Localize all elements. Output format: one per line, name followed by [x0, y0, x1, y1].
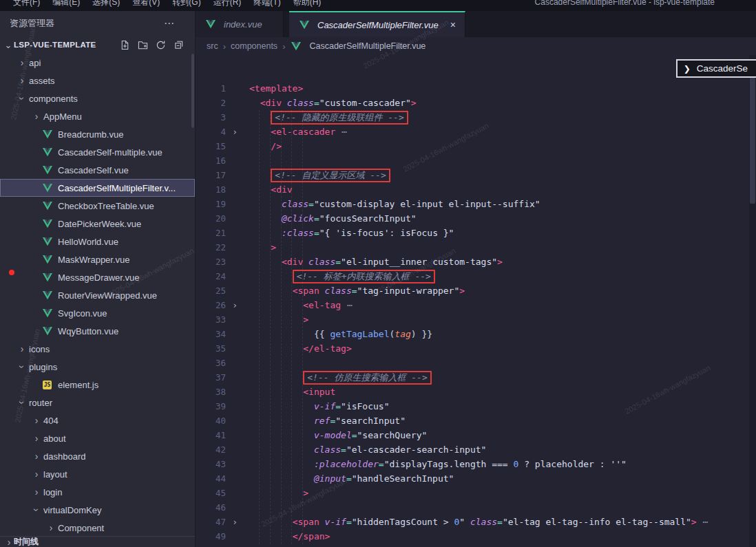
explorer-section-header[interactable]: ⌄ LSP-VUE-TEMPLATE	[0, 36, 195, 54]
tree-item[interactable]: ›404	[0, 411, 195, 429]
new-folder-icon[interactable]	[138, 40, 148, 50]
tree-item[interactable]: ›router	[0, 394, 195, 411]
tree-item[interactable]: WqyButton.vue	[0, 322, 195, 340]
minimap-preview-box[interactable]: ❯ CascaderSe	[676, 59, 756, 78]
line-number: 47›	[196, 515, 240, 529]
code-token: =	[352, 286, 357, 296]
tree-item[interactable]: DatePickerWeek.vue	[0, 215, 195, 233]
code-line: 40 ref="searchInput"	[196, 414, 749, 428]
tree-item[interactable]: CascaderSelf.vue	[0, 161, 195, 179]
code-token: "el-input__inner custom-tags"	[341, 257, 497, 267]
code-token: "searchQuery"	[357, 430, 428, 440]
line-number: 40	[196, 414, 240, 428]
folder-chevron-icon: ›	[32, 469, 41, 479]
code-token: >	[691, 517, 697, 527]
tree-item[interactable]: MaskWrapper.vue	[0, 250, 195, 268]
tree-item-label: virtualDomKey	[43, 505, 102, 515]
breadcrumb-item[interactable]: components	[231, 41, 277, 51]
tree-item[interactable]: MessageDrawer.vue	[0, 268, 195, 286]
tree-item[interactable]: ›components	[0, 89, 195, 107]
tree-item-label: MessageDrawer.vue	[58, 272, 140, 283]
tree-item[interactable]: CascaderSelf-multiple.vue	[0, 143, 195, 161]
menu-item[interactable]: 查看(V)	[126, 0, 166, 8]
minimap-preview-label: CascaderSe	[697, 63, 748, 74]
tree-item-label: components	[29, 94, 78, 104]
code-token: "	[459, 517, 465, 527]
line-number: 45	[196, 486, 240, 500]
tree-item[interactable]: ›icons	[0, 340, 195, 358]
tree-item[interactable]: ›AppMenu	[0, 107, 195, 125]
code-token	[249, 184, 271, 195]
tree-item[interactable]: RouterViewWrapped.vue	[0, 286, 195, 304]
tree-item[interactable]: HelloWorld.vue	[0, 233, 195, 250]
code-token: class	[325, 286, 352, 296]
tree-item[interactable]: ›assets	[0, 72, 195, 89]
code-line: 17 <!-- 自定义显示区域 -->	[196, 168, 749, 182]
fold-chevron-icon[interactable]: ›	[232, 515, 238, 529]
tree-item[interactable]: ›Component	[0, 519, 195, 536]
menu-item[interactable]: 选择(S)	[86, 0, 126, 8]
code-token	[249, 387, 303, 397]
folder-chevron-icon: ›	[46, 523, 56, 533]
tree-item[interactable]: ›layout	[0, 465, 195, 483]
more-actions-icon[interactable]: ⋯	[164, 17, 176, 30]
scrollbar-thumb[interactable]	[750, 59, 755, 204]
code-text: <!-- 标签+内联搜索输入框 -->	[240, 269, 435, 283]
close-icon[interactable]: ×	[450, 20, 456, 30]
fold-chevron-icon[interactable]: ›	[232, 125, 238, 139]
timeline-section-header[interactable]: › 时间线	[0, 536, 195, 547]
tree-item[interactable]: CascaderSelfMultipleFilter.v...	[0, 179, 195, 197]
menu-bar-items: 文件(F)编辑(E)选择(S)查看(V)转到(G)运行(R)终端(T)帮助(H)	[0, 0, 327, 8]
tree-item[interactable]: ›plugins	[0, 358, 195, 376]
code-editor[interactable]: 1<template>2 <div class="custom-cascader…	[196, 55, 749, 547]
code-token	[508, 459, 514, 469]
vue-icon	[204, 20, 216, 29]
code-text: >	[240, 240, 276, 255]
code-token: ===	[492, 459, 507, 469]
tree-item[interactable]: ›dashboard	[0, 447, 195, 465]
code-token: v-if	[314, 401, 335, 411]
sidebar-scrollbar[interactable]	[191, 54, 194, 128]
tree-item[interactable]: ›virtualDomKey	[0, 501, 195, 519]
code-token	[303, 257, 308, 267]
menu-item[interactable]: 文件(F)	[7, 0, 46, 8]
line-number: 24	[196, 269, 240, 283]
code-token: >	[303, 314, 308, 325]
menu-item[interactable]: 运行(R)	[207, 0, 248, 8]
tree-item[interactable]: ›api	[0, 54, 195, 72]
menu-item[interactable]: 转到(G)	[166, 0, 207, 8]
tree-item-label: RouterViewWrapped.vue	[58, 290, 157, 301]
code-token: ⋯	[697, 517, 709, 527]
tree-item[interactable]: ›login	[0, 483, 195, 501]
code-token	[249, 300, 303, 310]
tree-item[interactable]: CheckboxTreeTable.vue	[0, 197, 195, 215]
tab-active[interactable]: CascaderSelfMultipleFilter.vue×	[289, 11, 465, 37]
menu-item[interactable]: 终端(T)	[247, 0, 286, 8]
vue-icon	[41, 255, 53, 264]
code-line: 4› <el-cascader ⋯	[196, 125, 749, 139]
tab-inactive[interactable]: index.vue	[196, 11, 284, 37]
code-token: "searchInput"	[335, 416, 406, 426]
code-token	[249, 98, 260, 108]
breadcrumb-item[interactable]: src	[207, 41, 218, 51]
tree-item[interactable]: JSelement.js	[0, 376, 195, 394]
editor-scrollbar[interactable]	[749, 55, 756, 547]
code-text: >	[240, 486, 308, 500]
tree-item[interactable]: Breadcrumb.vue	[0, 125, 195, 143]
menu-item[interactable]: 帮助(H)	[287, 0, 328, 8]
code-token: =	[497, 517, 503, 527]
tree-item[interactable]: SvgIcon.vue	[0, 304, 195, 322]
breadcrumb-item[interactable]: CascaderSelfMultipleFilter.vue	[309, 41, 426, 51]
vue-icon	[298, 21, 310, 30]
code-token: ⋯	[335, 127, 348, 137]
fold-chevron-icon[interactable]: ›	[232, 298, 238, 312]
code-text: <div	[240, 182, 293, 197]
line-number: 38	[196, 385, 240, 399]
code-token: ⋯	[341, 300, 353, 310]
menu-item[interactable]: 编辑(E)	[46, 0, 86, 8]
line-number: 49	[196, 529, 240, 544]
refresh-icon[interactable]	[156, 40, 166, 50]
collapse-all-icon[interactable]	[174, 40, 184, 50]
new-file-icon[interactable]	[120, 40, 130, 50]
tree-item[interactable]: ›about	[0, 429, 195, 447]
